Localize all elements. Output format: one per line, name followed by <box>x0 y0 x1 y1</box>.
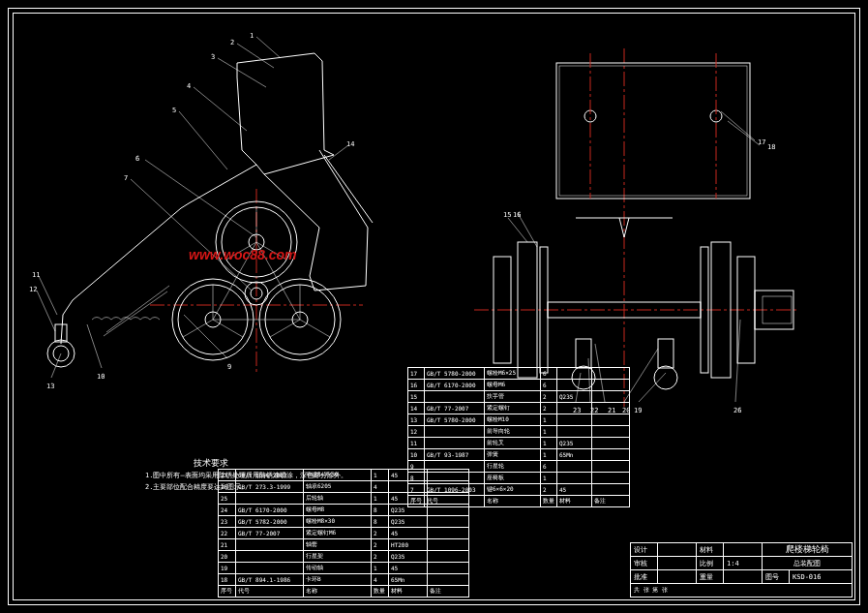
bom-row: 8座椅板1 <box>408 473 630 484</box>
ref-4: 4 <box>187 82 191 90</box>
ref-26: 26 <box>733 407 741 414</box>
svg-line-29 <box>179 111 227 169</box>
ref-3: 3 <box>211 53 215 61</box>
svg-line-31 <box>131 179 252 291</box>
ref-16: 16 <box>513 211 521 219</box>
watermark: www.woc88.com <box>189 247 297 262</box>
bom-row: 23GB/T 5782-2000螺栓M8×308Q235 <box>219 516 469 528</box>
bom-row: 7GB/T 1096-2003键6×6×20245 <box>408 484 630 496</box>
ref-13: 13 <box>46 383 54 390</box>
ref-15: 15 <box>503 211 511 219</box>
front-view <box>464 48 813 416</box>
ref-5: 5 <box>172 107 176 114</box>
bom-right: 17GB/T 5780-2000螺栓M6×25616GB/T 6170-2000… <box>407 367 630 507</box>
bom-row: 10GB/T 93-1987弹簧165Mn <box>408 449 630 461</box>
bom-row: 22GB/T 77-2007紧定螺钉M6245 <box>219 528 469 539</box>
bom-row: 14GB/T 77-2007紧定螺钉2 <box>408 403 630 414</box>
svg-line-36 <box>51 353 61 378</box>
side-view <box>34 34 450 421</box>
ref-9: 9 <box>227 363 231 371</box>
title-block: 设计 材料 爬楼梯轮椅 审核 比例1:4 总装配图 批准 重量 图号KSD-01… <box>630 542 853 598</box>
svg-line-30 <box>145 160 256 237</box>
ref-8: 14 <box>346 140 354 148</box>
ref-19: 19 <box>634 407 642 414</box>
ref-7: 7 <box>124 174 128 182</box>
bom-row: 16GB/T 6170-2000螺母M66 <box>408 380 630 391</box>
bom-row: 17GB/T 5780-2000螺栓M6×256 <box>408 368 630 380</box>
bom-row: 20行星架2Q235 <box>219 551 469 563</box>
svg-rect-41 <box>559 66 747 196</box>
svg-line-21 <box>270 320 300 337</box>
ref-18: 18 <box>767 143 775 151</box>
svg-point-58 <box>654 366 677 389</box>
ref-17: 17 <box>758 138 765 146</box>
bom-row: 12前导向轮1 <box>408 426 630 438</box>
ref-10: 10 <box>97 373 105 381</box>
ref-11: 11 <box>32 271 40 279</box>
svg-line-18 <box>183 320 213 337</box>
svg-rect-55 <box>576 339 591 368</box>
bom-row: 13GB/T 5780-2000螺栓M101 <box>408 414 630 426</box>
bom-row: 15扶手管2Q235 <box>408 391 630 403</box>
bom-row: 18GB/T 894.1-1986卡环B465Mn <box>219 574 469 586</box>
bom-row: 21轴套2HT200 <box>219 539 469 551</box>
svg-line-37 <box>329 145 348 160</box>
svg-line-60 <box>508 218 527 242</box>
svg-line-20 <box>300 320 330 337</box>
svg-rect-40 <box>556 63 750 199</box>
ref-6: 6 <box>135 155 139 163</box>
ref-2: 2 <box>230 39 234 46</box>
svg-line-63 <box>728 121 760 145</box>
bom-row: 19传动轴145 <box>219 563 469 574</box>
svg-line-34 <box>39 276 57 315</box>
svg-line-33 <box>87 324 102 368</box>
svg-rect-57 <box>658 339 673 368</box>
svg-line-17 <box>213 320 243 337</box>
svg-line-35 <box>37 291 55 331</box>
ref-12: 12 <box>29 286 37 293</box>
ref-1: 1 <box>250 32 254 40</box>
svg-line-68 <box>639 373 666 402</box>
bom-row: 9行星轮6 <box>408 461 630 473</box>
svg-line-25 <box>256 37 281 58</box>
bom-row: 11前轮叉1Q235 <box>408 438 630 449</box>
